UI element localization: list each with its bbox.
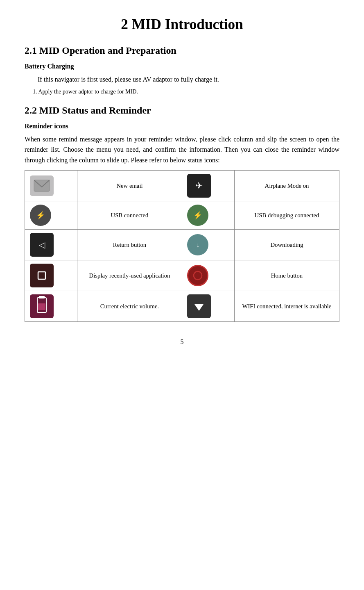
table-row: Current electric volume. WIFI connected,…	[25, 291, 339, 322]
label-wifi: WIFI connected, internet is available	[235, 291, 339, 322]
section-2-1: 2.1 MID Operation and Preparation Batter…	[25, 45, 339, 95]
section-2-1-heading: 2.1 MID Operation and Preparation	[25, 45, 339, 56]
recent-apps-icon	[30, 264, 54, 287]
label-recent-apps: Display recently-used application	[77, 260, 182, 291]
page-title: 2 MID Introduction	[25, 16, 339, 33]
label-airplane-mode: Airplane Mode on	[235, 171, 339, 201]
label-home-button: Home button	[235, 260, 339, 291]
battery-text-2: 1. Apply the power adptor to charge for …	[33, 88, 339, 95]
icon-cell-usb: ⚡	[25, 201, 77, 230]
home-icon	[187, 265, 208, 286]
svg-rect-17	[39, 296, 45, 298]
icon-cell-return: ◁	[25, 230, 77, 260]
usb-icon: ⚡	[30, 205, 51, 226]
table-row: New email ✈ Airplane Mode on	[25, 171, 339, 201]
battery-icon	[30, 294, 54, 318]
label-usb-debug: USB debugging connected	[235, 201, 339, 230]
icon-cell-recent	[25, 260, 77, 291]
svg-text:◁: ◁	[39, 240, 45, 249]
label-new-email: New email	[77, 171, 182, 201]
battery-charging-heading: Battery Charging	[25, 63, 339, 70]
battery-text-1: If this navigator is first used, please …	[38, 74, 339, 85]
icons-table: New email ✈ Airplane Mode on ⚡	[25, 170, 339, 322]
label-usb-connected: USB connected	[77, 201, 182, 230]
section-2-2-heading: 2.2 MID Status and Reminder	[25, 105, 339, 116]
table-row: ◁ Return button ↓ Downloading	[25, 230, 339, 260]
reminder-paragraph: When some remind message appears in your…	[25, 134, 339, 166]
wifi-icon	[187, 294, 211, 318]
downloading-icon: ↓	[187, 234, 208, 255]
reminder-icons-heading: Reminder icons	[25, 123, 339, 130]
label-return-button: Return button	[77, 230, 182, 260]
icon-cell-downloading: ↓	[182, 230, 235, 260]
label-downloading: Downloading	[235, 230, 339, 260]
section-2-2: 2.2 MID Status and Reminder Reminder ico…	[25, 105, 339, 322]
icon-cell-battery	[25, 291, 77, 322]
email-icon	[30, 175, 54, 196]
svg-text:↓: ↓	[196, 241, 199, 248]
svg-rect-11	[34, 268, 50, 283]
svg-text:⚡: ⚡	[193, 211, 203, 220]
icon-cell-usb-debug: ⚡	[182, 201, 235, 230]
svg-rect-18	[38, 303, 45, 310]
icon-cell-wifi	[182, 291, 235, 322]
icon-cell-home	[182, 260, 235, 291]
page-number: 5	[25, 338, 339, 346]
svg-text:⚡: ⚡	[36, 211, 45, 220]
label-battery: Current electric volume.	[77, 291, 182, 322]
usb-debug-icon: ⚡	[187, 205, 208, 226]
table-row: Display recently-used application Home b…	[25, 260, 339, 291]
airplane-icon: ✈	[187, 174, 211, 198]
table-row: ⚡ USB connected ⚡ USB debugging connecte…	[25, 201, 339, 230]
icon-cell-email	[25, 171, 77, 201]
svg-point-13	[190, 268, 205, 283]
return-icon: ◁	[30, 233, 54, 257]
icon-cell-airplane: ✈	[182, 171, 235, 201]
svg-text:✈: ✈	[195, 180, 203, 191]
